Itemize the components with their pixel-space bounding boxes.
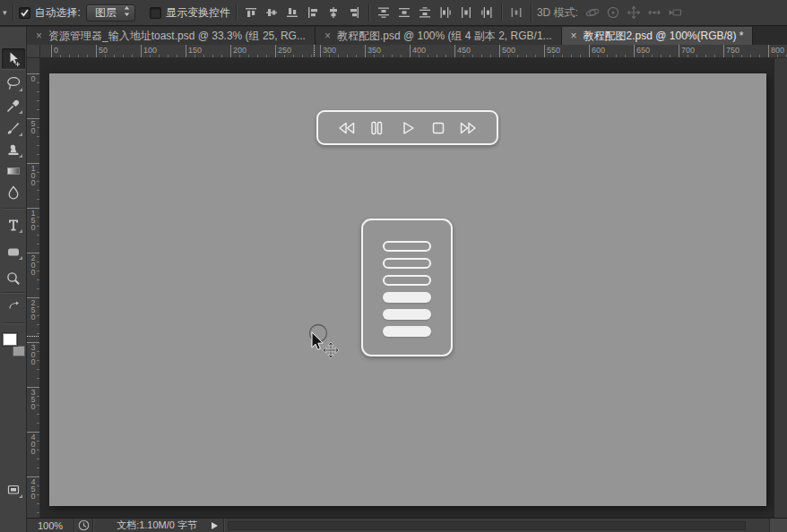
tool-separator xyxy=(2,208,25,209)
ruler-tick-label: 250 xyxy=(275,45,291,58)
ruler-tick-label: 100 xyxy=(141,45,157,58)
rewind-icon xyxy=(336,120,356,136)
vertical-scrollbar[interactable] xyxy=(774,58,787,518)
distribute-right-edges-icon[interactable] xyxy=(478,4,496,21)
ruler-tick-label: 700 xyxy=(679,45,695,58)
ruler-corner[interactable] xyxy=(27,45,40,58)
clone-stamp-tool[interactable] xyxy=(3,140,24,159)
3d-camera-icon[interactable] xyxy=(666,4,684,21)
list-bar-1 xyxy=(383,241,431,252)
horizontal-scrollbar[interactable] xyxy=(228,521,746,530)
ruler-tick-label: 400 xyxy=(410,45,426,58)
ruler-tick-label: 200 xyxy=(27,253,39,276)
ruler-tick-label: 0 xyxy=(27,73,39,82)
3d-mode-label: 3D 模式: xyxy=(537,5,578,21)
ruler-tick-label: 550 xyxy=(544,45,560,58)
resize-grip[interactable] xyxy=(769,519,787,532)
type-tool[interactable] xyxy=(3,215,24,235)
ruler-tick-label: 100 xyxy=(27,163,39,186)
horizontal-ruler[interactable]: 0501001502002503003504004505005506006507… xyxy=(40,45,787,58)
ruler-tick-label: 600 xyxy=(589,45,605,58)
color-swatches xyxy=(3,333,25,356)
document-tab-2[interactable]: ×教程配图.psd @ 100% (组 4 副本 2, RGB/1... xyxy=(316,27,562,45)
ruler-tick-label: 50 xyxy=(27,118,39,134)
tab-close-icon[interactable]: × xyxy=(571,30,577,41)
separator xyxy=(13,4,13,21)
layer-select-dropdown[interactable]: 图层 xyxy=(86,4,135,21)
3d-rotate-icon[interactable] xyxy=(584,4,601,21)
distribute-bottom-edges-icon[interactable] xyxy=(416,4,434,21)
align-vertical-centers-icon[interactable] xyxy=(263,4,281,21)
ruler-tick-label: 650 xyxy=(634,45,650,58)
show-transform-label: 显示变换控件 xyxy=(166,5,230,21)
player-controls-mockup[interactable] xyxy=(316,110,498,145)
distribute-top-edges-icon[interactable] xyxy=(375,4,393,21)
ruler-tick-label: 300 xyxy=(320,45,336,58)
play-icon xyxy=(398,120,418,136)
document-canvas[interactable] xyxy=(49,73,766,506)
3d-drag-icon[interactable] xyxy=(625,4,643,21)
tool-separator xyxy=(2,322,25,323)
list-card-mockup[interactable] xyxy=(361,219,453,356)
3d-mode-icon-group xyxy=(584,4,684,21)
align-right-edges-icon[interactable] xyxy=(345,4,363,21)
ruler-tick-label: 450 xyxy=(454,45,471,58)
vertical-ruler[interactable]: 050100150200250300350400450 xyxy=(27,58,40,518)
auto-select-label: 自动选择: xyxy=(35,5,81,21)
ruler-tick-label: 150 xyxy=(27,208,39,231)
ruler-tick-label: 300 xyxy=(27,342,39,365)
gradient-tool[interactable] xyxy=(3,161,24,181)
distribute-vertical-centers-icon[interactable] xyxy=(395,4,413,21)
stop-icon xyxy=(428,120,448,136)
rounded-rectangle-tool[interactable] xyxy=(3,242,24,262)
document-tab-1[interactable]: ×资源管理器_输入地址toast.psd @ 33.3% (组 25, RG..… xyxy=(27,27,316,45)
document-tab-3[interactable]: ×教程配图2.psd @ 100%(RGB/8) * xyxy=(562,27,754,45)
separator xyxy=(368,4,369,21)
distribute-spacing-icon[interactable] xyxy=(507,4,525,21)
tab-label: 教程配图2.psd @ 100%(RGB/8) * xyxy=(584,29,744,44)
screen-mode-button[interactable] xyxy=(3,480,24,500)
foreground-color-swatch[interactable] xyxy=(3,333,17,346)
tool-separator xyxy=(2,68,25,69)
arrow-cursor-icon xyxy=(312,332,323,349)
workspace-pasteboard xyxy=(40,58,787,518)
align-bottom-edges-icon[interactable] xyxy=(283,4,301,21)
layer-dropdown-value: 图层 xyxy=(95,5,117,21)
align-left-edges-icon[interactable] xyxy=(304,4,322,21)
auto-select-checkbox[interactable] xyxy=(19,7,30,19)
tab-label: 资源管理器_输入地址toast.psd @ 33.3% (组 25, RG... xyxy=(48,29,306,44)
tool-panel xyxy=(0,27,27,532)
chevron-down-icon: ▾ xyxy=(3,8,7,17)
ruler-tick-label: 250 xyxy=(27,297,39,321)
blur-tool[interactable] xyxy=(3,183,24,202)
distribute-spacing-group xyxy=(507,4,525,21)
ruler-tick-label: 0 xyxy=(51,45,58,58)
list-bar-6 xyxy=(383,326,431,337)
align-horizontal-centers-icon[interactable] xyxy=(324,4,342,21)
ruler-tick-label: 750 xyxy=(723,45,739,58)
tab-close-icon[interactable]: × xyxy=(36,30,42,41)
background-color-swatch[interactable] xyxy=(13,346,25,356)
tab-close-icon[interactable]: × xyxy=(324,30,331,41)
ruler-tick-label: 400 xyxy=(27,432,39,455)
status-popup-arrow-icon[interactable] xyxy=(212,522,218,529)
lasso-tool[interactable] xyxy=(3,73,24,93)
eyedropper-tool[interactable] xyxy=(3,96,24,116)
show-transform-checkbox[interactable] xyxy=(150,7,161,19)
move-tool[interactable] xyxy=(2,48,25,70)
zoom-level-field[interactable]: 100% xyxy=(27,520,74,531)
ruler-tick-label: 200 xyxy=(230,45,246,58)
zoom-tool[interactable] xyxy=(3,269,24,288)
distribute-left-edges-icon[interactable] xyxy=(437,4,454,21)
3d-slide-icon[interactable] xyxy=(645,4,663,21)
swap-colors-icon[interactable] xyxy=(3,296,24,315)
3d-roll-icon[interactable] xyxy=(604,4,622,21)
tool-preset-dropdown[interactable]: ▾ xyxy=(0,8,7,17)
separator xyxy=(236,4,237,21)
list-bar-5 xyxy=(383,309,431,320)
align-top-edges-icon[interactable] xyxy=(242,4,260,21)
clock-icon xyxy=(74,517,92,532)
distribute-horizontal-centers-icon[interactable] xyxy=(457,4,475,21)
brush-tool[interactable] xyxy=(3,118,24,138)
updown-arrows-icon xyxy=(124,5,130,20)
